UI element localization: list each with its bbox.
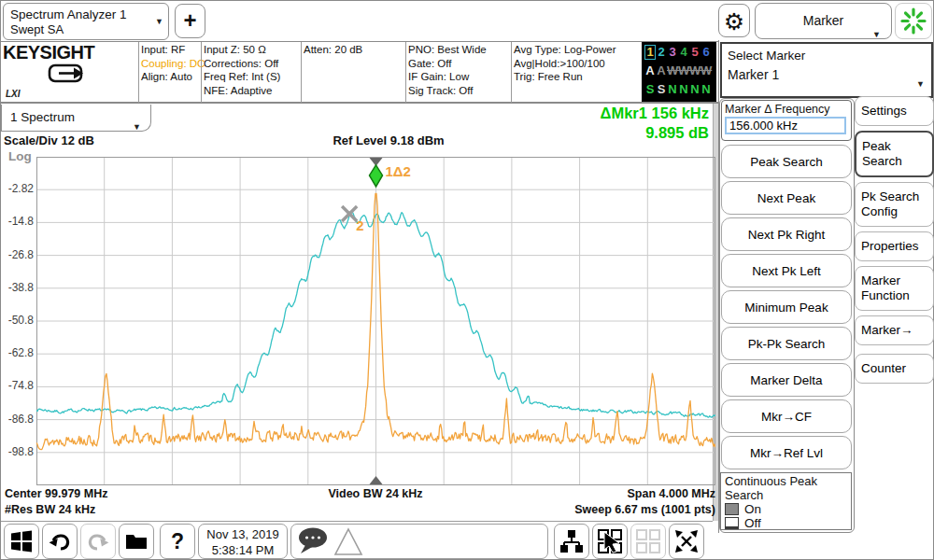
trace-status-flag: W (700, 62, 712, 80)
header-column-5[interactable]: Avg Type: Log-PowerAvg|Hold:>100/100Trig… (514, 43, 616, 84)
trace-status-flag: N (667, 80, 678, 99)
marker-delta-button[interactable]: Marker Delta (721, 363, 852, 397)
y-axis-tick-label: -26.8 (2, 248, 34, 261)
marker-action-buttons: Peak SearchNext PeakNext Pk RightNext Pk… (721, 145, 852, 469)
center-frequency-annotation[interactable]: Center 99.979 MHz (5, 487, 107, 500)
cps-off-checkbox[interactable] (725, 517, 739, 529)
trace-status-panel[interactable]: 123456AAWWWWSSNNNN (642, 42, 716, 102)
scale-per-div-readout[interactable]: Scale/Div 12 dB (4, 133, 94, 147)
tab-properties[interactable]: Properties (855, 231, 934, 261)
help-button[interactable]: ? (160, 524, 195, 559)
select-marker-label: Select Marker (728, 48, 926, 63)
pk-pk-search-button[interactable]: Pk-Pk Search (721, 327, 852, 360)
question-mark-icon: ? (171, 529, 184, 554)
tab-counter[interactable]: Counter (855, 354, 934, 384)
marker-diamond-icon[interactable] (370, 165, 383, 187)
spectrum-plot[interactable]: 21Δ2 (36, 157, 715, 485)
trace-status-flag: 6 (700, 43, 712, 62)
block-diagram-button[interactable] (554, 524, 589, 559)
nodes-icon (559, 529, 584, 553)
cps-on-checkbox[interactable] (725, 503, 739, 515)
select-marker-dropdown[interactable]: Select Marker Marker 1 ▼ (720, 42, 933, 98)
next-pk-left-button[interactable]: Next Pk Left (721, 254, 852, 287)
trace-status-flag: N (678, 80, 689, 99)
span-annotation[interactable]: Span 4.000 MHz (628, 487, 715, 500)
message-status-area[interactable] (290, 524, 548, 559)
header-setting: PNO: Best Wide (408, 43, 487, 57)
header-column-3[interactable]: Atten: 20 dB (304, 43, 362, 57)
lxi-badge: LXI (6, 89, 21, 99)
toolbar-divider (1, 521, 713, 522)
delta-marker-ampl-readout: 9.895 dB (645, 124, 709, 142)
video-bw-annotation[interactable]: Video BW 24 kHz (328, 487, 422, 500)
peak-search-button[interactable]: Peak Search (721, 145, 852, 178)
header-setting: Gate: Off (408, 57, 487, 71)
alerts-bubble-icon (299, 528, 327, 554)
add-measurement-button[interactable]: + (175, 4, 205, 38)
windows-logo-icon (10, 530, 33, 553)
header-setting: NFE: Adaptive (204, 84, 280, 98)
trace-status-flag: W (667, 62, 678, 80)
header-setting: Atten: 20 dB (304, 43, 362, 57)
tab-pk-search-config[interactable]: Pk Search Config (855, 182, 934, 227)
windows-home-button[interactable] (4, 524, 39, 559)
menu-mode-dropdown[interactable]: Marker ▼ (755, 3, 892, 39)
y-axis-tick-label: -50.8 (2, 314, 34, 327)
tab-marker-function[interactable]: Marker Function (855, 266, 934, 311)
header-column-1[interactable]: Input: RFCoupling: DCAlign: Auto (141, 43, 205, 84)
continuous-peak-search-group[interactable]: Continuous Peak Search On Off (720, 472, 852, 530)
trace-status-flag: S (644, 80, 656, 99)
busy-spinner-icon (895, 3, 932, 39)
marker-delta-frequency-group: Marker Δ Frequency (721, 100, 852, 141)
ref-level-readout[interactable]: Ref Level 9.18 dBm (333, 133, 444, 147)
tab-marker-[interactable]: Marker→ (855, 315, 934, 345)
time-text: 5:38:14 PM (199, 542, 287, 558)
next-peak-button[interactable]: Next Peak (721, 181, 852, 215)
redo-icon (86, 529, 110, 553)
undo-icon (48, 529, 72, 553)
header-setting: Align: Auto (141, 70, 205, 84)
instrument-mode-tab[interactable]: Spectrum Analyzer 1 Swept SA ▼ (3, 3, 169, 40)
window-selector-dropdown[interactable]: 1 Spectrum ▼ (1, 105, 151, 132)
next-pk-right-button[interactable]: Next Pk Right (721, 217, 852, 251)
trace-status-flag: 3 (667, 43, 678, 62)
cps-off-option[interactable]: Off (725, 516, 847, 530)
y-axis-tick-label: -38.8 (2, 281, 34, 294)
marker-delta-frequency-label: Marker Δ Frequency (725, 103, 848, 117)
y-axis-tick-label: -98.8 (2, 445, 34, 458)
tab-settings[interactable]: Settings (855, 96, 934, 126)
sweep-annotation[interactable]: Sweep 6.67 ms (1001 pts) (574, 503, 715, 516)
spectrum-analyzer-window: Spectrum Analyzer 1 Swept SA ▼ + ⚙ Marke… (0, 0, 934, 560)
y-axis-tick-label: -14.8 (2, 215, 34, 228)
mkr-ref-lvl-button[interactable]: Mkr→Ref Lvl (721, 436, 852, 469)
tab-peak-search[interactable]: Peak Search (855, 131, 934, 177)
expand-arrows-icon (673, 528, 700, 554)
trace-status-flag: W (689, 62, 700, 80)
header-column-4[interactable]: PNO: Best WideGate: OffIF Gain: LowSig T… (408, 43, 487, 97)
marker-label: 2 (356, 217, 363, 233)
log-scale-label: Log (8, 149, 32, 163)
y-axis-tick-label: -74.8 (2, 379, 34, 392)
split-view-button[interactable] (630, 524, 666, 559)
gear-icon[interactable]: ⚙ (718, 4, 750, 37)
fullscreen-button[interactable] (669, 524, 704, 559)
trace-status-flag: A (644, 62, 656, 80)
folder-icon (124, 529, 149, 553)
header-setting: Input Z: 50 Ω (204, 43, 280, 57)
undo-button[interactable] (42, 524, 78, 559)
y-axis-tick-label: -62.8 (2, 346, 34, 359)
select-window-button[interactable] (592, 524, 628, 559)
mkr-cf-button[interactable]: Mkr→CF (721, 399, 852, 433)
cps-on-option[interactable]: On (725, 502, 847, 516)
datetime-display[interactable]: Nov 13, 2019 5:38:14 PM (198, 524, 288, 559)
file-explorer-button[interactable] (119, 524, 154, 559)
keysight-arrow-icon (48, 63, 89, 89)
minimum-peak-button[interactable]: Minimum Peak (721, 290, 852, 324)
marker-delta-frequency-input[interactable] (725, 117, 846, 134)
header-setting: IF Gain: Low (408, 70, 487, 84)
header-setting: Avg Type: Log-Power (514, 43, 616, 57)
redo-button[interactable] (80, 524, 116, 559)
grid-icon (635, 528, 661, 554)
res-bw-annotation[interactable]: #Res BW 24 kHz (5, 503, 95, 516)
header-column-2[interactable]: Input Z: 50 ΩCorrections: OffFreq Ref: I… (204, 43, 280, 97)
